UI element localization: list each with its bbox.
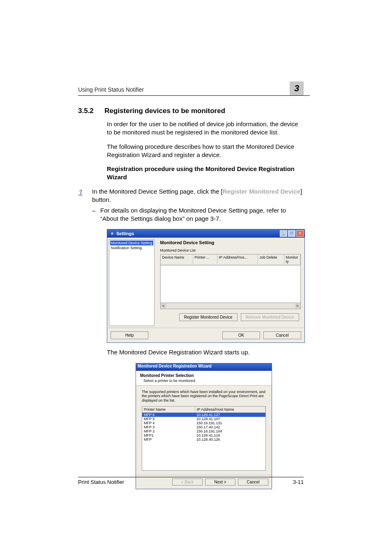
col-device-name[interactable]: Device Name <box>161 254 193 264</box>
remove-device-button: Remove Monitored Device <box>241 313 299 321</box>
section-number: 3.5.2 <box>78 107 94 115</box>
chapter-number-badge: 3 <box>290 81 304 95</box>
minimize-button[interactable]: _ <box>280 230 287 237</box>
printer-ip-cell: 10.128.41.116 <box>195 433 265 437</box>
list-label: Monitored Device List <box>160 248 301 252</box>
bullet-text: For details on displaying the Monitored … <box>100 206 304 223</box>
printer-list[interactable]: Printer Name IP Address/Host Name MFP 61… <box>142 406 266 471</box>
printer-name-cell: MFP 3 <box>142 425 195 429</box>
sub-heading: Registration procedure using the Monitor… <box>107 165 304 182</box>
maximize-button[interactable]: □ <box>288 230 295 237</box>
col-ip-host[interactable]: IP Address/Host Name <box>195 407 265 412</box>
wizard-heading: Monitored Printer Selection <box>140 373 267 378</box>
tree-item-notification[interactable]: Notification Setting <box>110 245 153 250</box>
help-button[interactable]: Help <box>111 331 148 339</box>
paragraph: In order for the user to be notified of … <box>107 120 304 137</box>
step-text-pre: In the Monitored Device Setting page, cl… <box>92 188 223 195</box>
header-rule <box>78 95 310 96</box>
footer-title: Print Status Notifier <box>78 479 124 485</box>
printer-list-row[interactable]: MFP110.128.41.116 <box>142 433 265 437</box>
col-printer[interactable]: Printer ... <box>193 254 217 264</box>
device-list-body[interactable] <box>160 266 301 303</box>
scroll-left-icon[interactable]: < <box>161 303 166 308</box>
page-number: 3-11 <box>293 479 304 485</box>
printer-name-cell: MFP 4 <box>142 421 195 425</box>
bullet-dash: – <box>92 206 100 223</box>
running-header: Using Print Status Notifier <box>78 86 144 93</box>
close-button[interactable]: X <box>296 230 304 237</box>
dialog-title: Settings <box>116 231 134 236</box>
gear-icon <box>110 231 115 236</box>
printer-name-cell: MFP 5 <box>142 417 195 421</box>
printer-name-cell: MFP <box>142 437 195 442</box>
printer-list-row[interactable]: MFP 610.128.41.127 <box>142 413 265 417</box>
cancel-button[interactable]: Cancel <box>263 331 301 339</box>
paragraph: The following procedure describes how to… <box>107 143 304 160</box>
printer-ip-cell: 10.128.41.127 <box>195 413 265 417</box>
col-printer-name[interactable]: Printer Name <box>142 407 195 412</box>
settings-tree[interactable]: Monitored Device Setting Notification Se… <box>109 239 154 326</box>
tree-item-monitored-device[interactable]: Monitored Device Setting <box>110 240 153 245</box>
horizontal-scrollbar[interactable]: < > <box>160 303 301 309</box>
printer-list-row[interactable]: MFP10.128.40.126 <box>142 437 265 442</box>
printer-list-row[interactable]: MFP 4150.16.191.131 <box>142 421 265 425</box>
printer-ip-cell: 150.16.191.131 <box>195 421 265 425</box>
wizard-description: The supported printers which have been i… <box>142 390 266 403</box>
register-device-button[interactable]: Register Monitored Device <box>179 313 238 321</box>
scroll-right-icon[interactable]: > <box>295 303 300 308</box>
device-list-header: Device Name Printer ... IP Address/Hos..… <box>160 254 301 266</box>
printer-name-cell: MFP 2 <box>142 429 195 433</box>
wizard-dialog: Monitored Device Registration Wizard Mon… <box>136 363 272 489</box>
titlebar: Settings _ □ X <box>107 229 304 238</box>
printer-ip-cell: 10.128.41.107 <box>195 417 265 421</box>
printer-list-row[interactable]: MFP 510.128.41.107 <box>142 417 265 421</box>
printer-list-row[interactable]: MFP 2150.16.191.104 <box>142 429 265 433</box>
printer-name-cell: MFP 6 <box>142 413 195 417</box>
svg-point-1 <box>112 233 113 234</box>
col-job-delete[interactable]: Job Delete <box>258 254 284 264</box>
col-monitor-type[interactable]: Monitor ty <box>284 254 300 264</box>
col-ip[interactable]: IP Address/Hos... <box>217 254 258 264</box>
ui-reference: Register Monitored Device <box>223 188 300 195</box>
printer-list-space <box>142 442 265 470</box>
printer-ip-cell: 10.128.40.126 <box>195 437 265 442</box>
wizard-subheading: Select a printer to be monitored. <box>143 379 267 383</box>
step-number: 1 <box>78 187 92 204</box>
ok-button[interactable]: OK <box>222 331 260 339</box>
printer-ip-cell: 150.16.191.104 <box>195 429 265 433</box>
step-text: In the Monitored Device Setting page, cl… <box>92 187 304 204</box>
wizard-titlebar: Monitored Device Registration Wizard <box>136 363 272 371</box>
printer-list-row[interactable]: MFP 3150.17.40.142 <box>142 425 265 429</box>
printer-ip-cell: 150.17.40.142 <box>195 425 265 429</box>
panel-heading: Monitored Device Setting <box>160 240 301 245</box>
printer-name-cell: MFP1 <box>142 433 195 437</box>
caption: The Monitored Device Registration Wizard… <box>107 349 304 356</box>
section-title: Registering devices to be monitored <box>104 107 225 115</box>
settings-dialog: Settings _ □ X Monitored Device Setting … <box>107 229 305 343</box>
